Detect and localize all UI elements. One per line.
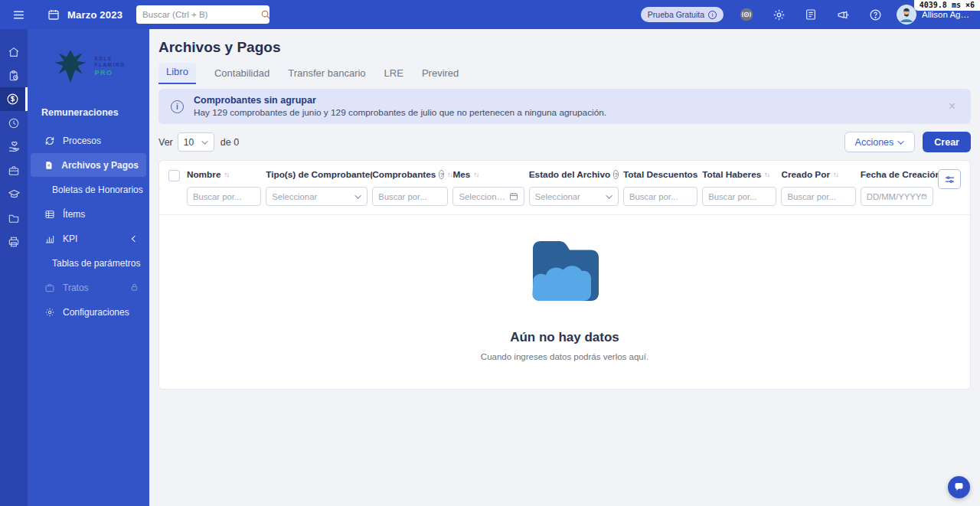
topbar: Marzo 2023 Prueba Gratuita i Allison Agu bbox=[0, 0, 980, 29]
sidebar-item-configuraciones[interactable]: Configuraciones bbox=[31, 300, 146, 324]
search-input[interactable] bbox=[142, 10, 260, 19]
banner-text: Comprobantes sin agrupar Hay 129 comprob… bbox=[194, 95, 606, 118]
acciones-label: Acciones bbox=[855, 137, 894, 148]
tab-libro[interactable]: Libro bbox=[158, 63, 196, 84]
rail-item-documents[interactable] bbox=[0, 206, 28, 230]
sidebar-item-label: Ítems bbox=[63, 209, 85, 220]
info-icon: i bbox=[171, 100, 184, 113]
filter-haberes-input[interactable] bbox=[708, 192, 770, 201]
filter-tipos-select[interactable]: Seleccionar bbox=[266, 187, 368, 206]
sidebar-item-tratos[interactable]: Tratos bbox=[31, 276, 146, 299]
rail-item-tasks[interactable] bbox=[0, 64, 28, 87]
rail-item-printer[interactable] bbox=[0, 230, 28, 253]
help-icon[interactable] bbox=[866, 5, 884, 24]
sidebar-item-items[interactable]: Ítems bbox=[31, 202, 146, 226]
sort-icon[interactable]: ↑↓ bbox=[224, 171, 229, 178]
help-icon[interactable]: ? bbox=[613, 170, 619, 179]
chevron-down-icon bbox=[355, 192, 361, 198]
trial-info-icon: i bbox=[708, 11, 717, 19]
column-creado-por: Creado Por↑↓ bbox=[781, 169, 860, 206]
acciones-button[interactable]: Acciones bbox=[844, 132, 916, 152]
file-icon bbox=[44, 160, 54, 171]
sidebar-item-procesos[interactable]: Procesos bbox=[31, 129, 146, 152]
filter-mes-datepicker[interactable]: Selecciona un bbox=[452, 187, 524, 206]
empty-state: Aún no hay datos Cuando ingreses datos p… bbox=[159, 215, 970, 361]
sort-icon[interactable]: ↑↓ bbox=[447, 171, 452, 178]
ver-label: Ver bbox=[158, 137, 173, 148]
rail-item-home[interactable] bbox=[0, 40, 28, 64]
column-fecha-creacion: Fecha de Creación↑↓ DD/MM/YYYY bbox=[861, 169, 938, 206]
chat-bubble-icon bbox=[953, 482, 965, 493]
sidebar-item-tablas-de-parametros[interactable]: Tablas de parámetros bbox=[31, 251, 146, 275]
calendar-icon[interactable] bbox=[44, 5, 63, 24]
chevron-down-icon bbox=[606, 192, 612, 198]
chevron-left-icon bbox=[132, 235, 138, 241]
tab-lre[interactable]: LRE bbox=[384, 64, 403, 84]
sort-icon[interactable]: ↑↓ bbox=[764, 171, 769, 178]
sidebar-nav: Procesos Archivos y Pagos Boletas de Hon… bbox=[28, 129, 149, 324]
sidebar-item-boletas-de-honorarios[interactable]: Boletas de Honorarios bbox=[31, 178, 146, 201]
calendar-icon bbox=[509, 191, 518, 201]
filter-fecha-datepicker[interactable]: DD/MM/YYYY bbox=[861, 187, 933, 206]
hamburger-menu-icon[interactable] bbox=[9, 5, 28, 24]
help-icon[interactable]: ? bbox=[439, 170, 444, 179]
table-header: Nombre↑↓ Tipo(s) de Comprobante(s)↑↓ Sel… bbox=[159, 161, 970, 206]
settings-gear-icon[interactable] bbox=[769, 5, 788, 24]
filter-nombre-input[interactable] bbox=[193, 192, 255, 201]
sidebar-item-label: Archivos y Pagos bbox=[61, 160, 139, 171]
sliders-icon bbox=[944, 174, 956, 185]
user-name: Allison Agu... bbox=[922, 10, 971, 19]
briefcase-icon bbox=[44, 282, 55, 293]
rail-item-benefits[interactable] bbox=[0, 135, 28, 158]
search-icon[interactable] bbox=[260, 9, 271, 20]
column-settings-button[interactable] bbox=[938, 169, 961, 189]
crear-button[interactable]: Crear bbox=[923, 132, 971, 152]
column-total-haberes: Total Haberes↑↓ bbox=[702, 169, 781, 206]
announcements-megaphone-icon[interactable] bbox=[834, 5, 852, 24]
rail-item-time[interactable] bbox=[0, 111, 28, 135]
sidebar-item-label: Configuraciones bbox=[63, 307, 129, 318]
sidebar-item-label: Tratos bbox=[63, 282, 89, 293]
sidebar-panel: EDLE FLAMING PRO Remuneraciones Procesos… bbox=[28, 29, 149, 506]
table-card: Nombre↑↓ Tipo(s) de Comprobante(s)↑↓ Sel… bbox=[158, 160, 971, 390]
sidebar-item-archivos-y-pagos[interactable]: Archivos y Pagos bbox=[31, 153, 146, 177]
sidebar-section-title: Remuneraciones bbox=[28, 100, 149, 121]
tab-previred[interactable]: Previred bbox=[422, 64, 459, 84]
sort-icon[interactable]: ↑↓ bbox=[473, 171, 479, 178]
rail-item-training[interactable] bbox=[0, 182, 28, 206]
empty-state-title: Aún no hay datos bbox=[159, 330, 970, 345]
column-mes: Mes↑↓ Selecciona un bbox=[452, 169, 528, 206]
sidebar-item-label: KPI bbox=[63, 233, 77, 244]
rail-item-briefcase[interactable] bbox=[0, 158, 28, 182]
main-content: Archivos y Pagos Libro Contabilidad Tran… bbox=[149, 29, 980, 506]
page-size-select[interactable]: 10 bbox=[178, 132, 214, 152]
column-total-descuentos: Total Descuentos↑↓ bbox=[623, 169, 702, 206]
banner-title: Comprobantes sin agrupar bbox=[194, 95, 606, 106]
sidebar-item-label: Procesos bbox=[63, 135, 101, 146]
screen-record-icon[interactable] bbox=[737, 5, 756, 24]
period-selector[interactable]: Marzo 2023 bbox=[67, 9, 122, 21]
rail-item-remuneraciones[interactable] bbox=[0, 87, 28, 111]
module-rail bbox=[0, 29, 28, 506]
select-all-checkbox[interactable] bbox=[168, 170, 180, 181]
chevron-down-icon bbox=[201, 138, 207, 144]
filter-comprobantes-input[interactable] bbox=[378, 192, 442, 201]
filter-descuentos-input[interactable] bbox=[629, 192, 691, 201]
tab-contabilidad[interactable]: Contabilidad bbox=[214, 64, 270, 84]
changelog-icon[interactable] bbox=[802, 5, 820, 24]
column-nombre: Nombre↑↓ bbox=[187, 169, 266, 206]
chat-fab-button[interactable] bbox=[948, 476, 970, 498]
global-search[interactable] bbox=[136, 5, 270, 24]
sidebar-item-kpi[interactable]: KPI bbox=[31, 227, 146, 250]
company-logo: EDLE FLAMING PRO bbox=[28, 29, 149, 100]
sort-icon[interactable]: ↑↓ bbox=[833, 171, 838, 178]
filter-creado-por-input[interactable] bbox=[787, 192, 849, 201]
tab-transfer-bancario[interactable]: Transfer bancario bbox=[288, 64, 365, 84]
filter-estado-select[interactable]: Seleccionar bbox=[529, 187, 619, 206]
topbar-icon-group bbox=[737, 5, 884, 24]
column-estado-archivo: Estado del Archivo?↑↓ Seleccionar bbox=[529, 169, 623, 206]
banner-close-icon[interactable]: × bbox=[946, 100, 959, 113]
banner-message: Hay 129 comprobantes de junio y 129 comp… bbox=[194, 107, 606, 118]
chart-icon bbox=[44, 233, 55, 244]
trial-badge[interactable]: Prueba Gratuita i bbox=[641, 7, 724, 22]
